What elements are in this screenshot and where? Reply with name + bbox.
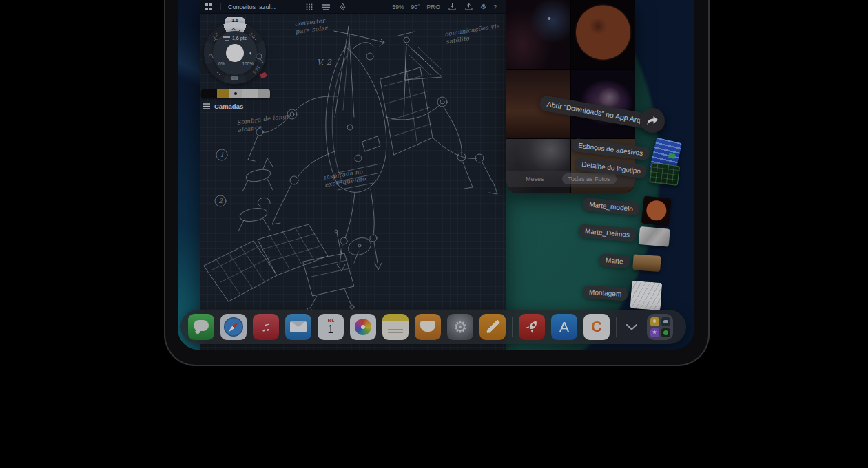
calendar-weekday: Ter. — [327, 319, 334, 323]
drag-thumb-mars — [641, 196, 672, 226]
compass-needle-icon — [227, 320, 240, 333]
zoom-level[interactable]: 59% — [393, 3, 404, 10]
chevron-down-icon — [626, 324, 637, 330]
drag-thumb-montagem — [630, 281, 663, 310]
app-library-mini-camera — [661, 317, 670, 326]
opacity-min: 0% — [218, 61, 225, 66]
mail-app-icon[interactable] — [285, 314, 311, 340]
workspace-grid-icon[interactable] — [204, 2, 214, 12]
app-library-mini-yellow — [650, 317, 659, 326]
calendar-app-icon[interactable]: Ter. 1 — [318, 314, 344, 340]
c-app-icon[interactable]: C — [583, 314, 610, 340]
tab-months[interactable]: Meses — [526, 176, 544, 182]
export-icon[interactable] — [464, 2, 473, 12]
drag-thumb-marte — [632, 254, 661, 272]
drag-item-label: Marte_Deimos — [578, 224, 636, 242]
dock: ♫ Ter. 1 ⚙ A C — [180, 310, 686, 344]
brush-width-icon — [223, 36, 230, 41]
opacity-max: 100% — [242, 61, 254, 66]
rocket-app-icon[interactable] — [519, 314, 545, 340]
forward-arrow-icon — [646, 115, 659, 126]
circled-marker-2: 2 — [218, 198, 223, 204]
music-app-icon[interactable]: ♫ — [253, 314, 279, 340]
circled-marker-1: 1 — [220, 151, 224, 158]
share-forward-button[interactable] — [640, 108, 665, 133]
drag-item-label: Montagem — [582, 285, 628, 301]
app-store-icon[interactable]: A — [551, 314, 577, 340]
tool-wheel[interactable]: 1,6 1,3 3,5 14,5 6,8 1, — [204, 17, 273, 85]
gear-icon: ⚙ — [453, 318, 468, 337]
app-library-mini-green — [661, 328, 670, 337]
music-note-icon: ♫ — [261, 319, 271, 334]
calendar-day: 1 — [328, 324, 334, 335]
concepts-app-window: 1 2 converter para solar comunicações vi… — [200, 0, 506, 350]
dock-divider — [512, 317, 513, 337]
blend-mode-icon[interactable]: ◐ — [249, 50, 253, 56]
books-app-icon[interactable] — [415, 314, 441, 340]
layers-stack-icon[interactable] — [321, 2, 331, 12]
hamburger-icon — [203, 103, 210, 109]
app-library-icon[interactable] — [647, 314, 673, 340]
drag-item-montagem[interactable]: Montagem — [582, 277, 663, 310]
concepts-toolbar: Conceitos_azul... 59% 90° PRO ⚙ ? — [200, 0, 506, 14]
selected-color-dot — [234, 92, 237, 95]
app-store-a-icon: A — [559, 319, 569, 335]
notes-app-icon[interactable] — [382, 314, 409, 340]
messages-app-icon[interactable] — [188, 314, 214, 340]
help-button[interactable]: ? — [493, 3, 497, 10]
layers-label: Camadas — [214, 103, 243, 110]
settings-gear-icon[interactable]: ⚙ — [480, 3, 486, 10]
dots-grid-icon[interactable] — [304, 2, 314, 12]
drag-thumb-logo — [649, 162, 680, 186]
toolbar-divider — [220, 3, 221, 10]
pen-tool-icon[interactable] — [338, 2, 347, 12]
pro-badge[interactable]: PRO — [426, 3, 440, 10]
c-letter-icon: C — [591, 318, 602, 336]
dock-divider — [616, 317, 617, 337]
annotation-version: V. 2 — [317, 58, 331, 67]
safari-app-icon[interactable] — [220, 314, 247, 340]
app-library-mini-star — [650, 328, 659, 337]
dock-chevron-button[interactable] — [623, 314, 641, 340]
drag-item-label: Marte — [599, 253, 630, 268]
drag-item-label: Marte_modelo — [582, 197, 639, 215]
ring-size-4[interactable]: 6,8 — [231, 76, 238, 81]
rocket-icon — [519, 315, 545, 340]
layers-button[interactable]: Camadas — [203, 103, 243, 110]
document-title[interactable]: Conceitos_azul... — [228, 3, 276, 10]
photos-app-icon[interactable] — [350, 314, 376, 340]
import-icon[interactable] — [447, 2, 457, 12]
settings-app-icon[interactable]: ⚙ — [447, 314, 473, 340]
wheel-center-disk[interactable]: 1,6 pts ◐ 0% 100% — [213, 31, 257, 75]
brush-size-pts: 1,6 pts — [232, 36, 247, 41]
sketch-app-icon[interactable] — [479, 314, 506, 340]
drag-thumb-deimos — [639, 226, 670, 247]
current-color-swatch[interactable] — [226, 44, 244, 62]
rotation-value[interactable]: 90° — [411, 3, 420, 10]
ipad-screen: 1 2 converter para solar comunicações vi… — [178, 0, 694, 350]
